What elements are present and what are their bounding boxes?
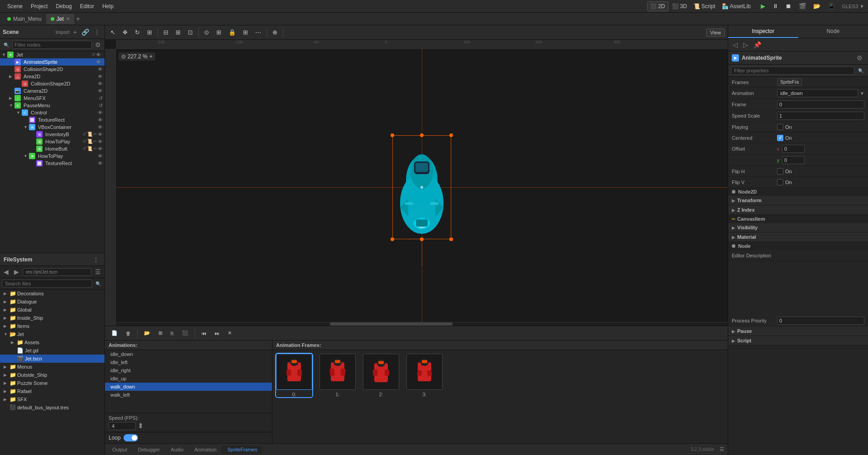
- inspector-search-btn[interactable]: 🔍: [856, 67, 865, 74]
- tree-item-howtoplay2[interactable]: ▼ ⊞ HowToPlay 👁: [0, 152, 105, 160]
- prop-input-frame[interactable]: [777, 100, 864, 109]
- select-tool[interactable]: ↖: [108, 28, 118, 37]
- anim-clear[interactable]: ✕: [225, 329, 234, 337]
- fs-item-puzzle-scene[interactable]: ▶ 📁 Puzzle Scene: [0, 379, 105, 387]
- menusfx-visibility[interactable]: ↺: [99, 95, 103, 101]
- component-settings-btn[interactable]: ⚙: [855, 53, 864, 62]
- animated-sprite-visibility[interactable]: 👁: [96, 59, 101, 65]
- anim-frames-area[interactable]: 0:: [272, 350, 728, 443]
- inspector-filter-input[interactable]: [731, 66, 854, 75]
- tool7[interactable]: ⊡: [185, 28, 196, 37]
- pause-btn[interactable]: ⏸: [770, 1, 781, 11]
- fs-item-global[interactable]: ▶ 📁 Global: [0, 306, 105, 314]
- tab-debugger[interactable]: Debugger: [133, 446, 165, 454]
- tab-spriteframes[interactable]: SpriteFrames: [222, 446, 262, 454]
- camera2d-visibility[interactable]: 👁: [98, 88, 103, 94]
- group-btn[interactable]: ⊞: [240, 28, 251, 37]
- prop-value-animation[interactable]: idle_down ▼: [777, 89, 864, 97]
- handle-bl[interactable]: [391, 237, 394, 241]
- anim-paste-btn[interactable]: ⬛: [179, 329, 191, 337]
- homebutt-script[interactable]: 📜: [87, 146, 92, 152]
- control-visibility[interactable]: 👁: [98, 110, 103, 115]
- mode-3d-btn[interactable]: ⬛ 3D: [669, 2, 690, 11]
- homebutt-reload[interactable]: ↺: [82, 146, 86, 152]
- anim-speed-spin[interactable]: ⬍: [138, 422, 143, 430]
- scale-tool[interactable]: ⊞: [144, 28, 155, 37]
- lock-btn[interactable]: 🔒: [226, 28, 238, 37]
- tab-node[interactable]: Node: [798, 25, 868, 38]
- tool6[interactable]: ⊞: [173, 28, 183, 37]
- menu-scene[interactable]: Scene: [4, 2, 26, 10]
- scene-config-btn[interactable]: ⚙: [93, 40, 103, 49]
- fs-item-jet-tscn[interactable]: 🎬 Jet.tscn: [0, 355, 105, 363]
- section-header-pause[interactable]: ▶ Pause: [728, 327, 868, 336]
- anim-new-btn[interactable]: 📄: [109, 329, 120, 337]
- stop-btn[interactable]: ⏹: [783, 1, 794, 11]
- anim-frame-3[interactable]: 3:: [406, 354, 443, 397]
- howtoplay2-visibility[interactable]: 👁: [98, 153, 103, 159]
- prop-input-speed-scale[interactable]: [777, 112, 864, 120]
- snap-btn[interactable]: ⊙: [201, 28, 212, 37]
- bottom-menu-btn[interactable]: ☰: [718, 446, 726, 453]
- prop-checkbox-centered[interactable]: ✓: [777, 135, 783, 141]
- homebutt-visibility[interactable]: 👁: [98, 146, 103, 152]
- fs-search-btn[interactable]: 🔍: [94, 280, 103, 287]
- tree-item-root-jet[interactable]: ▼ ✦ Jet ↺ 👁: [0, 51, 105, 58]
- fs-back-btn[interactable]: ◀: [2, 267, 10, 276]
- inventoryb-reload[interactable]: ↺: [82, 132, 86, 137]
- tree-item-camera2d[interactable]: 📷 Camera2D 👁: [0, 87, 105, 95]
- inspector-pin[interactable]: 📌: [752, 40, 763, 49]
- fs-item-rafael[interactable]: ▶ 📁 Rafael: [0, 387, 105, 395]
- section-header-visibility[interactable]: ▶ Visibility: [728, 223, 868, 232]
- tab-audio[interactable]: Audio: [165, 446, 189, 454]
- collision2-visibility[interactable]: 👁: [98, 81, 103, 86]
- anim-item-idle-right[interactable]: idle_right: [105, 366, 272, 374]
- anim-grid-btn[interactable]: ⊞: [156, 329, 165, 337]
- root-visibility[interactable]: 👁: [96, 52, 101, 57]
- more-btn[interactable]: ⋯: [253, 28, 264, 37]
- filter-nodes-input[interactable]: [12, 41, 92, 49]
- tab-main-menu[interactable]: Main_Menu: [3, 14, 46, 24]
- scene-more-btn[interactable]: ⋮: [92, 28, 102, 37]
- filter-btn[interactable]: 🔍: [2, 42, 11, 48]
- anim-copy-btn[interactable]: ⎘: [168, 329, 176, 337]
- tree-item-control[interactable]: ▼ C Control 👁: [0, 109, 105, 116]
- anim-speed-num-input[interactable]: [109, 422, 136, 430]
- howtoplay1-reload[interactable]: ↺: [82, 139, 86, 144]
- scrollbar-h[interactable]: [116, 322, 728, 326]
- view-button[interactable]: View: [706, 28, 725, 37]
- prop-checkbox-flip-v[interactable]: [777, 179, 783, 185]
- fs-expand-btn[interactable]: ⋮: [91, 255, 101, 264]
- play-scene-btn[interactable]: 🎬: [796, 1, 809, 11]
- fs-item-sfx[interactable]: ▶ 📁 SFX: [0, 395, 105, 403]
- zoom-add[interactable]: +: [149, 53, 153, 60]
- fs-item-assets[interactable]: ▶ 📁 Assets: [0, 338, 105, 346]
- tab-inspector[interactable]: Inspector: [728, 25, 798, 38]
- grid-btn[interactable]: ⊞: [214, 28, 224, 37]
- prop-input-offset-y[interactable]: [782, 156, 805, 164]
- inventoryb-visibility[interactable]: 👁: [98, 132, 103, 137]
- inspector-history-back[interactable]: ◁: [731, 40, 739, 49]
- tree-item-howtoplay1[interactable]: ⊞ HowToPlay ↺ 📜 ✏ 👁: [0, 138, 105, 145]
- menu-help[interactable]: Help: [99, 2, 117, 10]
- howtoplay1-edit[interactable]: ✏: [93, 139, 97, 144]
- add-node-btn[interactable]: +: [72, 28, 79, 37]
- fs-item-inside-ship[interactable]: ▶ 📁 Inside_Ship: [0, 314, 105, 322]
- anim-play-left[interactable]: ⏮: [199, 329, 209, 337]
- section-header-material[interactable]: ▶ Material: [728, 232, 868, 242]
- anim-item-walk-left[interactable]: walk_left: [105, 391, 272, 399]
- assetlib-btn[interactable]: 🏪 AssetLib: [719, 2, 754, 11]
- collision1-visibility[interactable]: 👁: [98, 66, 103, 72]
- tab-jet[interactable]: Jet ✕: [46, 14, 74, 24]
- handle-br[interactable]: [449, 237, 453, 241]
- mode-2d-btn[interactable]: ⬛ 2D: [647, 1, 668, 11]
- anim-item-idle-up[interactable]: idle_up: [105, 374, 272, 383]
- play-custom-btn[interactable]: 📂: [811, 1, 823, 11]
- anim-item-walk-down[interactable]: walk_down: [105, 383, 272, 391]
- tree-item-inventoryb[interactable]: ⊞ InventoryB ↺ 📜 ✏ 👁: [0, 131, 105, 138]
- anchor-btn[interactable]: ⊕: [270, 28, 280, 37]
- inventoryb-edit[interactable]: ✏: [93, 132, 97, 137]
- inspector-history-fwd[interactable]: ▷: [741, 40, 750, 49]
- scrollbar-h-thumb[interactable]: [330, 322, 452, 326]
- tree-item-collision2[interactable]: ◎ CollisionShape2D 👁: [0, 80, 105, 87]
